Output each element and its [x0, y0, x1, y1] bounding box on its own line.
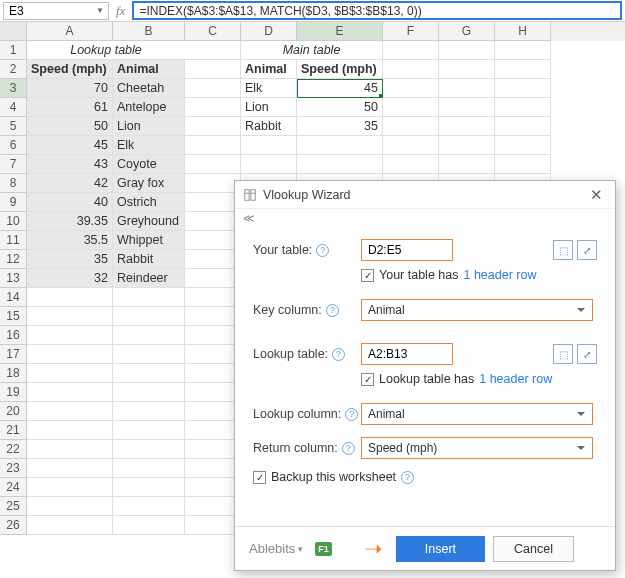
- cell[interactable]: 35: [297, 117, 383, 136]
- cell[interactable]: [495, 79, 551, 98]
- cell[interactable]: [185, 307, 241, 326]
- cell[interactable]: [185, 79, 241, 98]
- cell[interactable]: [383, 117, 439, 136]
- cell[interactable]: [185, 269, 241, 288]
- cell[interactable]: [113, 345, 185, 364]
- col-header-H[interactable]: H: [495, 22, 551, 41]
- cell[interactable]: [185, 440, 241, 459]
- cell[interactable]: Lion: [113, 117, 185, 136]
- cell[interactable]: [383, 136, 439, 155]
- cell[interactable]: [185, 250, 241, 269]
- cell[interactable]: [383, 41, 439, 60]
- cell[interactable]: [185, 155, 241, 174]
- cell[interactable]: [27, 345, 113, 364]
- cell[interactable]: [495, 155, 551, 174]
- cell[interactable]: [27, 288, 113, 307]
- row-header[interactable]: 18: [0, 364, 27, 383]
- lookup-table-input[interactable]: [361, 343, 453, 365]
- cell[interactable]: Ostrich: [113, 193, 185, 212]
- fx-icon[interactable]: fx: [112, 3, 129, 19]
- cell[interactable]: [495, 136, 551, 155]
- help-icon[interactable]: ?: [401, 471, 414, 484]
- row-header[interactable]: 12: [0, 250, 27, 269]
- cell[interactable]: [113, 421, 185, 440]
- back-icon[interactable]: ≪: [235, 209, 615, 228]
- cell[interactable]: [439, 155, 495, 174]
- row-header[interactable]: 15: [0, 307, 27, 326]
- cell[interactable]: [185, 193, 241, 212]
- cell[interactable]: [113, 440, 185, 459]
- select-range-icon[interactable]: ⬚: [553, 240, 573, 260]
- cell[interactable]: [185, 364, 241, 383]
- col-header-G[interactable]: G: [439, 22, 495, 41]
- cell[interactable]: [27, 440, 113, 459]
- cell[interactable]: Animal: [241, 60, 297, 79]
- cell[interactable]: Whippet: [113, 231, 185, 250]
- name-box[interactable]: ▼: [3, 2, 109, 20]
- header-row-link[interactable]: 1 header row: [479, 372, 552, 386]
- select-range-icon[interactable]: ⬚: [553, 344, 573, 364]
- cell[interactable]: [439, 79, 495, 98]
- cell[interactable]: 43: [27, 155, 113, 174]
- cell[interactable]: [495, 60, 551, 79]
- row-header[interactable]: 1: [0, 41, 27, 60]
- brand-link[interactable]: Ablebits ▾: [249, 541, 303, 556]
- cancel-button[interactable]: Cancel: [493, 536, 574, 562]
- cell[interactable]: [27, 402, 113, 421]
- cell[interactable]: Lion: [241, 98, 297, 117]
- return-column-select[interactable]: Speed (mph): [361, 437, 593, 459]
- cell[interactable]: 39.35: [27, 212, 113, 231]
- cell[interactable]: [185, 326, 241, 345]
- cell[interactable]: [185, 288, 241, 307]
- row-header[interactable]: 11: [0, 231, 27, 250]
- cell[interactable]: 50: [297, 98, 383, 117]
- cell[interactable]: [383, 155, 439, 174]
- cell[interactable]: [185, 402, 241, 421]
- col-header-E[interactable]: E: [297, 22, 383, 41]
- row-header[interactable]: 19: [0, 383, 27, 402]
- cell[interactable]: 40: [27, 193, 113, 212]
- cell[interactable]: [185, 383, 241, 402]
- cell[interactable]: 42: [27, 174, 113, 193]
- cell[interactable]: [495, 41, 551, 60]
- row-header[interactable]: 23: [0, 459, 27, 478]
- cell[interactable]: [27, 516, 113, 535]
- row-header[interactable]: 2: [0, 60, 27, 79]
- cell[interactable]: Reindeer: [113, 269, 185, 288]
- cell[interactable]: 45: [297, 79, 383, 98]
- cell[interactable]: Animal: [113, 60, 185, 79]
- row-header[interactable]: 20: [0, 402, 27, 421]
- cell[interactable]: [241, 155, 297, 174]
- cell[interactable]: [113, 478, 185, 497]
- cell[interactable]: [185, 459, 241, 478]
- cell[interactable]: [439, 60, 495, 79]
- cell[interactable]: [297, 155, 383, 174]
- expand-range-icon[interactable]: ⤢: [577, 344, 597, 364]
- row-header[interactable]: 3: [0, 79, 27, 98]
- cell[interactable]: [185, 136, 241, 155]
- cell[interactable]: [383, 98, 439, 117]
- cell[interactable]: 32: [27, 269, 113, 288]
- help-icon[interactable]: ?: [332, 348, 345, 361]
- cell[interactable]: [113, 288, 185, 307]
- help-icon[interactable]: ?: [326, 304, 339, 317]
- cell[interactable]: [113, 516, 185, 535]
- cell[interactable]: [185, 212, 241, 231]
- row-header[interactable]: 4: [0, 98, 27, 117]
- cell[interactable]: [27, 307, 113, 326]
- row-header[interactable]: 7: [0, 155, 27, 174]
- row-header[interactable]: 14: [0, 288, 27, 307]
- cell[interactable]: Gray fox: [113, 174, 185, 193]
- cell[interactable]: Greyhound: [113, 212, 185, 231]
- cell[interactable]: 70: [27, 79, 113, 98]
- close-icon[interactable]: ✕: [586, 186, 607, 204]
- cell[interactable]: Speed (mph): [27, 60, 113, 79]
- cell[interactable]: [495, 98, 551, 117]
- backup-checkbox[interactable]: ✓: [253, 471, 266, 484]
- cell[interactable]: [113, 383, 185, 402]
- cell[interactable]: [185, 516, 241, 535]
- cell[interactable]: Cheetah: [113, 79, 185, 98]
- row-header[interactable]: 17: [0, 345, 27, 364]
- row-header[interactable]: 24: [0, 478, 27, 497]
- cell[interactable]: [185, 41, 241, 60]
